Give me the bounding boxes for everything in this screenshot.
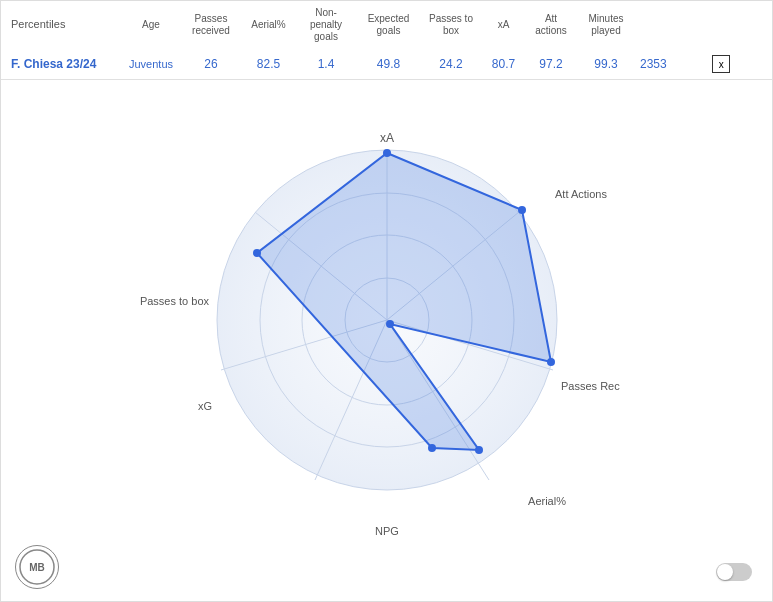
close-cell: x [671, 49, 772, 80]
point-passes-box [253, 249, 261, 257]
point-xg [428, 444, 436, 452]
logo-svg: MB [19, 549, 55, 585]
col-header-age: Age [121, 1, 181, 49]
col-header-minutes: Minutes played [576, 1, 636, 49]
percentiles-table: Percentiles Age Passes received Aerial% … [1, 1, 772, 80]
point-xa [383, 149, 391, 157]
player-xa: 97.2 [526, 49, 576, 80]
label-aerial: Aerial% [528, 495, 566, 507]
player-att-actions: 99.3 [576, 49, 636, 80]
radar-chart-area: xA Att Actions Passes Rec Aerial% NPG xG… [1, 80, 772, 590]
point-passes-rec [547, 358, 555, 366]
col-header-aerial: Aerial% [241, 1, 296, 49]
percentiles-header: Percentiles [1, 1, 121, 49]
player-npg: 49.8 [356, 49, 421, 80]
player-aerial: 1.4 [296, 49, 356, 80]
svg-text:MB: MB [29, 562, 45, 573]
col-header-att-actions: Att actions [526, 1, 576, 49]
point-aerial [386, 320, 394, 328]
close-button[interactable]: x [712, 55, 730, 73]
label-xg: xG [197, 400, 211, 412]
label-att-actions: Att Actions [555, 188, 607, 200]
col-header-xa: xA [481, 1, 526, 49]
player-passes-box: 80.7 [481, 49, 526, 80]
main-container: Percentiles Age Passes received Aerial% … [0, 0, 773, 602]
team-name[interactable]: Juventus [121, 49, 181, 80]
player-minutes: 2353 [636, 49, 671, 80]
label-xa: xA [379, 131, 393, 145]
point-npg [475, 446, 483, 454]
label-passes-box: Passes to box [139, 295, 209, 307]
toggle-switch[interactable] [716, 563, 752, 581]
player-xg: 24.2 [421, 49, 481, 80]
radar-chart: xA Att Actions Passes Rec Aerial% NPG xG… [137, 90, 637, 550]
player-passes-received: 82.5 [241, 49, 296, 80]
logo: MB [15, 545, 59, 589]
col-header-npg: Non-penalty goals [296, 1, 356, 49]
label-passes-rec: Passes Rec [561, 380, 620, 392]
col-header-passes-box: Passes to box [421, 1, 481, 49]
player-name[interactable]: F. Chiesa 23/24 [1, 49, 121, 80]
point-att-actions [518, 206, 526, 214]
toggle-thumb [717, 564, 733, 580]
col-header-close [636, 1, 671, 49]
col-header-xg: Expected goals [356, 1, 421, 49]
label-npg: NPG [375, 525, 399, 537]
col-header-passes-received: Passes received [181, 1, 241, 49]
player-age: 26 [181, 49, 241, 80]
